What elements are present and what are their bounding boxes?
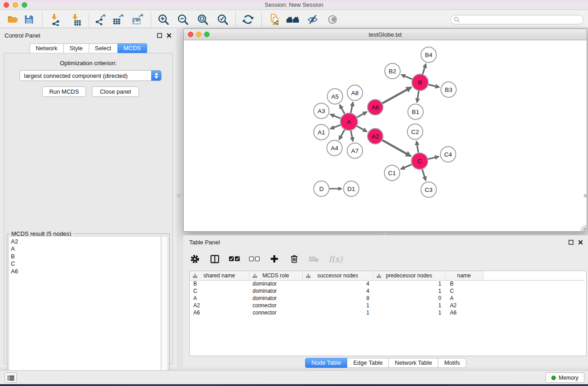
zoom-out-icon[interactable] xyxy=(175,13,191,26)
export-table-icon[interactable] xyxy=(110,13,126,26)
settings-gear-icon[interactable] xyxy=(189,253,200,264)
graph-edge-B-B2[interactable] xyxy=(401,75,412,79)
graph-node-B4[interactable]: B4 xyxy=(421,47,436,62)
table-row[interactable]: Adominator80A xyxy=(190,295,585,302)
add-column-icon[interactable] xyxy=(269,253,280,264)
graph-node-B3[interactable]: B3 xyxy=(441,82,456,97)
tab-node-table[interactable]: Node Table xyxy=(305,358,348,368)
tab-motifs[interactable]: Motifs xyxy=(438,358,466,368)
graph-node-C[interactable]: C xyxy=(411,153,428,169)
graph-edge-C-C2[interactable] xyxy=(416,141,418,152)
refresh-layout-icon[interactable] xyxy=(240,13,256,26)
close-panel-icon[interactable] xyxy=(166,32,172,38)
export-network-icon[interactable] xyxy=(93,13,108,26)
graph-node-C3[interactable]: C3 xyxy=(421,182,436,197)
table-row[interactable]: A2connector11A2 xyxy=(190,302,585,309)
tab-edge-table[interactable]: Edge Table xyxy=(347,358,389,368)
graph-edge-A6-B[interactable] xyxy=(382,87,411,104)
visibility-icon[interactable] xyxy=(325,13,340,26)
open-folder-icon[interactable] xyxy=(5,13,20,26)
table-close-panel-icon[interactable] xyxy=(577,239,583,245)
mcds-result-scrollbar[interactable] xyxy=(161,236,168,386)
column-header-mcds-role[interactable]: MCDS role xyxy=(249,271,302,280)
graph-edge-A-A6[interactable] xyxy=(357,112,367,117)
zoom-selected-icon[interactable] xyxy=(215,13,230,26)
graph-edge-A-A4[interactable] xyxy=(339,130,344,140)
graph-node-C4[interactable]: C4 xyxy=(440,147,456,162)
delete-table-icon[interactable] xyxy=(309,253,320,264)
network-document-icon[interactable] xyxy=(267,13,282,26)
graph-node-A8[interactable]: A8 xyxy=(347,85,363,100)
column-header-name[interactable]: name xyxy=(445,271,483,280)
tab-style[interactable]: Style xyxy=(64,43,89,53)
tab-mcds[interactable]: MCDS xyxy=(118,43,147,53)
tab-select[interactable]: Select xyxy=(89,43,118,53)
import-network-icon[interactable] xyxy=(47,13,62,26)
mcds-result-item[interactable]: C xyxy=(9,260,161,267)
graph-node-A5[interactable]: A5 xyxy=(327,89,343,104)
mcds-result-item[interactable]: A6 xyxy=(9,268,161,275)
import-table-icon[interactable] xyxy=(68,13,83,26)
graph-node-B2[interactable]: B2 xyxy=(385,63,400,79)
mcds-result-item[interactable]: B xyxy=(9,253,161,260)
network-window-titlebar[interactable]: testGlobe.txt xyxy=(184,29,587,40)
run-mcds-button[interactable]: Run MCDS xyxy=(42,86,86,97)
graph-edge-A2-C[interactable] xyxy=(382,140,411,156)
export-image-icon[interactable] xyxy=(130,13,145,26)
graph-edge-A-A5[interactable] xyxy=(339,105,344,114)
graph-edge-C-C1[interactable] xyxy=(401,164,411,169)
graph-edge-A-A8[interactable] xyxy=(351,102,353,113)
graph-node-C2[interactable]: C2 xyxy=(407,124,423,139)
vertical-splitter-handle[interactable] xyxy=(177,194,181,197)
graph-edge-B-B3[interactable] xyxy=(428,85,439,87)
graph-edge-A-A1[interactable] xyxy=(330,125,341,129)
graph-node-A[interactable]: A xyxy=(340,113,358,130)
tab-network[interactable]: Network xyxy=(29,43,64,53)
graph-node-D[interactable]: D xyxy=(314,181,329,196)
horizontal-splitter-handle[interactable] xyxy=(382,233,386,235)
zoom-fit-icon[interactable] xyxy=(195,13,210,26)
graph-edge-C-C3[interactable] xyxy=(422,169,426,181)
table-row[interactable]: Cdominator41C xyxy=(190,287,585,295)
network-canvas[interactable]: AA1A2A3A4A5A6A7A8BB1B2B3B4CC1C2C3C4DD1 xyxy=(184,40,587,231)
mcds-result-item[interactable]: A xyxy=(9,245,161,253)
table-row[interactable]: A6connector11A6 xyxy=(190,309,585,316)
search-input[interactable] xyxy=(460,17,583,23)
graph-edge-B-B1[interactable] xyxy=(417,91,419,102)
column-header-predecessor-nodes[interactable]: predecessor nodes xyxy=(373,271,445,280)
task-history-button[interactable] xyxy=(5,372,17,383)
close-panel-button[interactable]: Close panel xyxy=(92,86,139,97)
window-resize-grip[interactable] xyxy=(580,225,586,231)
right-splitter-handle[interactable] xyxy=(584,194,587,197)
mcds-result-item[interactable]: A2 xyxy=(9,238,161,245)
graph-edge-A-A2[interactable] xyxy=(357,126,367,132)
graph-node-A6[interactable]: A6 xyxy=(368,100,383,115)
memory-button[interactable]: Memory xyxy=(545,372,584,383)
column-header-shared-name[interactable]: shared name xyxy=(190,271,249,280)
table-float-panel-icon[interactable] xyxy=(568,239,574,245)
select-all-icon[interactable] xyxy=(229,253,240,264)
criterion-select[interactable]: largest connected component (directed) xyxy=(19,70,162,81)
zoom-in-icon[interactable] xyxy=(156,13,171,26)
delete-icon[interactable] xyxy=(289,253,300,264)
graph-edge-C-C4[interactable] xyxy=(428,157,439,159)
tab-network-table[interactable]: Network Table xyxy=(389,358,438,368)
deselect-all-icon[interactable] xyxy=(249,253,260,264)
table-row[interactable]: Bdominator41B xyxy=(190,280,585,287)
save-icon[interactable] xyxy=(21,13,37,26)
graph-node-A3[interactable]: A3 xyxy=(314,103,329,119)
graph-node-A7[interactable]: A7 xyxy=(347,143,363,158)
graph-node-D1[interactable]: D1 xyxy=(344,181,359,196)
graph-edge-B-B4[interactable] xyxy=(423,64,426,74)
homes-icon[interactable] xyxy=(285,13,301,26)
graph-node-C1[interactable]: C1 xyxy=(384,165,400,181)
function-builder-icon[interactable]: f(x) xyxy=(329,254,343,264)
column-header-successor-nodes[interactable]: successor nodes xyxy=(302,271,373,280)
graph-node-A2[interactable]: A2 xyxy=(368,129,383,144)
graph-edge-A-A7[interactable] xyxy=(351,131,353,142)
graph-node-B1[interactable]: B1 xyxy=(408,104,423,119)
graph-node-B[interactable]: B xyxy=(412,74,428,91)
column-layout-icon[interactable] xyxy=(209,253,220,264)
mcds-result-list[interactable]: A2ABCA6 xyxy=(9,236,161,386)
visibility-off-icon[interactable] xyxy=(305,13,320,26)
